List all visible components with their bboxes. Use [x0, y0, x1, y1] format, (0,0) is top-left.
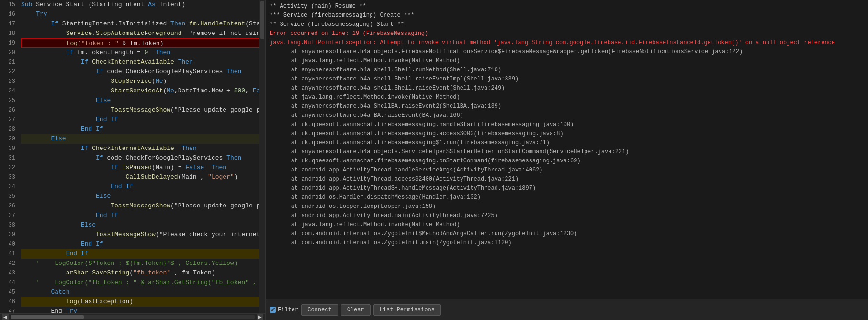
code-line: Try	[21, 10, 259, 19]
code-line: Else	[21, 220, 259, 230]
code-line: arShar.SaveString("fb_token" , fm.Token)	[21, 268, 259, 278]
line-number: 38	[0, 220, 15, 230]
line-number: 20	[0, 48, 15, 57]
log-line: ** Service (firebasemessaging) Start **	[270, 20, 864, 29]
log-line: at anywheresoftware.b4a.objects.Firebase…	[270, 47, 864, 57]
code-line: End If	[21, 125, 259, 134]
line-number: 35	[0, 192, 15, 201]
line-number: 24	[0, 86, 15, 96]
code-line: End If	[21, 115, 259, 125]
code-line: Else	[21, 96, 259, 105]
code-line: Sub Service_Start (StartingIntent As Int…	[21, 0, 259, 10]
line-number: 16	[0, 10, 15, 19]
line-number: 31	[0, 153, 15, 163]
code-line: ToastMessageShow("Please update google p…	[21, 201, 259, 211]
line-number: 34	[0, 182, 15, 192]
line-number: 32	[0, 163, 15, 172]
log-line: at android.app.ActivityThread.access$240…	[270, 175, 864, 184]
scrollbar-thumb[interactable]	[260, 1, 264, 39]
code-line: ToastMessageShow("Please update google p…	[21, 105, 259, 115]
line-number: 18	[0, 29, 15, 38]
line-number: 39	[0, 230, 15, 240]
line-number: 42	[0, 259, 15, 268]
scroll-thumb[interactable]	[11, 315, 84, 319]
scroll-track[interactable]	[11, 315, 255, 319]
log-line: java.lang.NullPointerException: Attempt …	[270, 38, 864, 47]
code-line: If CheckInternetAvailable Then	[21, 144, 259, 153]
code-line: Service.StopAutomaticForeground 'remove …	[21, 29, 259, 38]
scroll-right-btn[interactable]: ▶	[257, 314, 263, 320]
code-line: ToastMessageShow("Please check your inte…	[21, 230, 259, 240]
line-number: 29	[0, 134, 15, 144]
log-line: at uk.qbeesoft.wannachat.firebasemessagi…	[270, 120, 864, 129]
list-permissions-button[interactable]: List Permissions	[373, 304, 441, 316]
code-scrollbar[interactable]	[259, 0, 265, 313]
connect-button[interactable]: Connect	[301, 304, 338, 316]
clear-button[interactable]: Clear	[341, 304, 371, 316]
log-line: at uk.qbeesoft.wannachat.firebasemessagi…	[270, 157, 864, 166]
line-number: 28	[0, 125, 15, 134]
log-line: at android.os.Looper.loop(Looper.java:15…	[270, 202, 864, 211]
code-line: StartServiceAt(Me,DateTime.Now + 500, Fa…	[21, 86, 259, 96]
line-number: 23	[0, 77, 15, 86]
code-line: If code.CheckForGooglePlayServices Then	[21, 67, 259, 77]
log-line: at anywheresoftware.b4a.ShellBA.raiseEve…	[270, 102, 864, 111]
filter-checkbox-input[interactable]	[270, 307, 276, 313]
line-number: 25	[0, 96, 15, 105]
scroll-left-btn[interactable]: ◀	[2, 314, 9, 320]
log-line: at java.lang.reflect.Method.invoke(Nativ…	[270, 220, 864, 229]
code-line: Log("token : " & fm.Token)	[21, 38, 259, 48]
code-line: If CheckInternetAvailable Then	[21, 57, 259, 67]
log-line: ** Activity (main) Resume **	[270, 2, 864, 11]
line-number: 44	[0, 278, 15, 287]
line-number: 22	[0, 67, 15, 77]
line-number: 40	[0, 240, 15, 249]
log-line: at android.app.ActivityThread.main(Activ…	[270, 211, 864, 220]
line-number: 37	[0, 211, 15, 220]
code-line: ' LogColor($"Token : ${fm.Token}"$ , Col…	[21, 259, 259, 268]
line-number: 46	[0, 297, 15, 307]
code-line: ' LogColor("fb_token : " & arShar.GetStr…	[21, 278, 259, 287]
code-line: StopService(Me)	[21, 77, 259, 86]
code-lines: Sub Service_Start (StartingIntent As Int…	[19, 0, 259, 313]
code-line: End If	[21, 249, 259, 259]
code-line: Log(LastException)	[21, 297, 259, 307]
log-line: at anywheresoftware.b4a.shell.Shell.rais…	[270, 84, 864, 93]
filter-checkbox-label[interactable]: Filter	[270, 307, 298, 313]
log-line: at anywheresoftware.b4a.shell.Shell.runM…	[270, 66, 864, 75]
line-number: 43	[0, 268, 15, 278]
log-line: at uk.qbeesoft.wannachat.firebasemessagi…	[270, 138, 864, 148]
line-number: 17	[0, 19, 15, 29]
code-line: If fm.Token.Length = 0 Then	[21, 48, 259, 57]
log-line: at anywheresoftware.b4a.BA.raiseEvent(BA…	[270, 111, 864, 120]
log-line: at android.os.Handler.dispatchMessage(Ha…	[270, 193, 864, 202]
line-number: 21	[0, 57, 15, 67]
line-number: 30	[0, 144, 15, 153]
log-line: at com.android.internal.os.ZygoteInit.ma…	[270, 239, 864, 248]
code-line: End If	[21, 211, 259, 220]
log-line: at java.lang.reflect.Method.invoke(Nativ…	[270, 93, 864, 102]
log-panel: ** Activity (main) Resume ***** Service …	[266, 0, 868, 320]
log-toolbar: Filter Connect Clear List Permissions	[266, 299, 868, 320]
code-line: Else	[21, 134, 259, 144]
log-line: at java.lang.reflect.Method.invoke(Nativ…	[270, 57, 864, 66]
code-line: End If	[21, 240, 259, 249]
code-editor: 1516171819202122232425262728293031323334…	[0, 0, 266, 320]
filter-label: Filter	[278, 307, 298, 313]
line-number: 27	[0, 115, 15, 125]
log-content: ** Activity (main) Resume ***** Service …	[266, 0, 868, 299]
code-content: 1516171819202122232425262728293031323334…	[0, 0, 265, 313]
line-number: 41	[0, 249, 15, 259]
code-line: If IsPaused(Main) = False Then	[21, 163, 259, 172]
code-line: End Try	[21, 307, 259, 313]
line-number: 26	[0, 105, 15, 115]
log-line: *** Service (firebasemessaging) Create *…	[270, 11, 864, 20]
line-number: 15	[0, 0, 15, 10]
line-number: 33	[0, 172, 15, 182]
log-line: at android.app.ActivityThread.handleServ…	[270, 166, 864, 175]
horizontal-scrollbar[interactable]: ◀ ▶	[0, 313, 265, 320]
log-line: at anywheresoftware.b4a.objects.ServiceH…	[270, 148, 864, 157]
log-line: at android.app.ActivityThread$H.handleMe…	[270, 184, 864, 193]
code-line: If StartingIntent.IsInitialized Then fm.…	[21, 19, 259, 29]
line-number: 19	[0, 38, 15, 48]
